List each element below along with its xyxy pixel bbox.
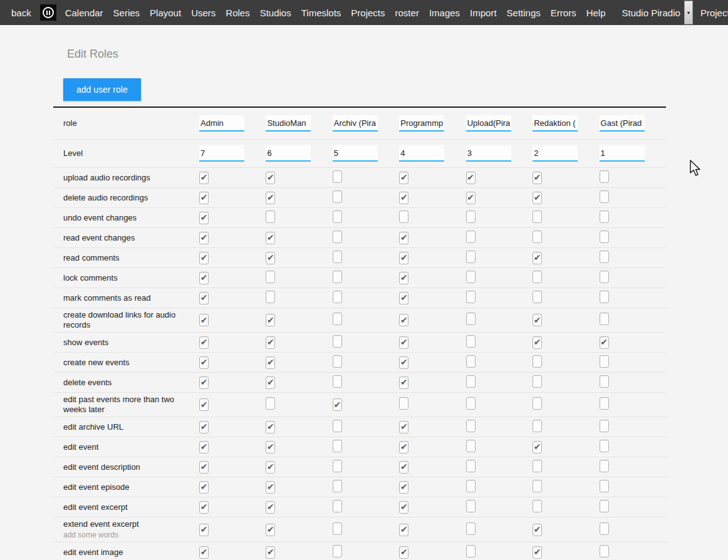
permission-checkbox[interactable] xyxy=(333,271,342,283)
permission-checkbox[interactable] xyxy=(199,376,209,389)
nav-item-playout[interactable]: Playout xyxy=(145,8,186,18)
nav-item-import[interactable]: Import xyxy=(465,8,502,18)
permission-checkbox[interactable] xyxy=(466,172,476,184)
permission-checkbox[interactable] xyxy=(533,375,542,388)
permission-checkbox[interactable] xyxy=(399,172,408,184)
permission-checkbox[interactable] xyxy=(533,480,542,492)
add-user-role-button[interactable]: add user role xyxy=(63,78,141,101)
permission-checkbox[interactable] xyxy=(533,252,542,264)
permission-checkbox[interactable] xyxy=(333,251,342,263)
permission-checkbox[interactable] xyxy=(199,421,209,433)
permission-checkbox[interactable] xyxy=(466,460,476,472)
nav-item-errors[interactable]: Errors xyxy=(546,8,581,18)
nav-item-calendar[interactable]: Calendar xyxy=(60,8,108,18)
permission-checkbox[interactable] xyxy=(266,232,275,244)
permission-checkbox[interactable] xyxy=(600,190,609,203)
permission-checkbox[interactable] xyxy=(333,190,342,203)
permission-checkbox[interactable] xyxy=(600,420,609,432)
role-name-input[interactable] xyxy=(466,115,511,132)
permission-checkbox[interactable] xyxy=(466,251,476,263)
role-name-input[interactable] xyxy=(199,115,244,132)
permission-checkbox[interactable] xyxy=(266,314,275,326)
permission-checkbox[interactable] xyxy=(533,231,542,243)
permission-checkbox[interactable] xyxy=(533,460,542,472)
permission-checkbox[interactable] xyxy=(266,501,275,514)
permission-checkbox[interactable] xyxy=(333,480,342,492)
permission-checkbox[interactable] xyxy=(199,232,209,244)
permission-checkbox[interactable] xyxy=(533,524,542,536)
permission-checkbox[interactable] xyxy=(266,210,275,223)
level-input[interactable] xyxy=(333,145,378,162)
permission-checkbox[interactable] xyxy=(466,231,476,243)
role-name-input[interactable] xyxy=(333,115,378,132)
permission-checkbox[interactable] xyxy=(266,421,275,433)
permission-checkbox[interactable] xyxy=(533,192,542,204)
permission-checkbox[interactable] xyxy=(333,170,342,183)
permission-checkbox[interactable] xyxy=(199,356,209,369)
permission-checkbox[interactable] xyxy=(533,291,542,303)
permission-checkbox[interactable] xyxy=(533,355,542,368)
nav-item-settings[interactable]: Settings xyxy=(502,8,546,18)
permission-checkbox[interactable] xyxy=(466,500,476,512)
permission-checkbox[interactable] xyxy=(399,546,408,559)
permission-checkbox[interactable] xyxy=(399,481,408,494)
permission-checkbox[interactable] xyxy=(266,356,275,369)
permission-checkbox[interactable] xyxy=(266,397,275,410)
permission-checkbox[interactable] xyxy=(399,501,408,514)
permission-checkbox[interactable] xyxy=(533,420,542,432)
permission-checkbox[interactable] xyxy=(266,546,275,559)
level-input[interactable] xyxy=(199,145,244,162)
permission-checkbox[interactable] xyxy=(466,192,476,204)
level-input[interactable] xyxy=(266,145,311,162)
role-name-input[interactable] xyxy=(399,115,444,132)
permission-checkbox[interactable] xyxy=(199,212,209,224)
permission-checkbox[interactable] xyxy=(333,291,342,303)
permission-checkbox[interactable] xyxy=(600,336,609,349)
permission-checkbox[interactable] xyxy=(600,397,609,410)
permission-checkbox[interactable] xyxy=(466,271,476,283)
nav-item-studios[interactable]: Studios xyxy=(255,8,296,18)
permission-checkbox[interactable] xyxy=(399,441,408,454)
permission-checkbox[interactable] xyxy=(399,272,408,284)
permission-checkbox[interactable] xyxy=(600,375,609,388)
permission-checkbox[interactable] xyxy=(266,271,275,283)
permission-checkbox[interactable] xyxy=(266,291,275,303)
permission-checkbox[interactable] xyxy=(399,192,408,204)
permission-checkbox[interactable] xyxy=(333,420,342,432)
permission-checkbox[interactable] xyxy=(399,397,408,410)
permission-checkbox[interactable] xyxy=(466,420,476,432)
permission-checkbox[interactable] xyxy=(399,356,408,369)
level-input[interactable] xyxy=(399,145,444,162)
chevron-down-icon[interactable]: ▼ xyxy=(684,1,693,24)
permission-checkbox[interactable] xyxy=(533,336,542,349)
permission-checkbox[interactable] xyxy=(199,481,209,494)
permission-checkbox[interactable] xyxy=(333,313,342,325)
permission-checkbox[interactable] xyxy=(199,192,209,204)
studio-select[interactable]: Studio Piradio ▼ xyxy=(617,0,693,25)
permission-checkbox[interactable] xyxy=(266,192,275,204)
permission-checkbox[interactable] xyxy=(466,313,476,325)
permission-checkbox[interactable] xyxy=(466,440,476,452)
permission-checkbox[interactable] xyxy=(533,314,542,326)
permission-checkbox[interactable] xyxy=(533,397,542,410)
permission-checkbox[interactable] xyxy=(466,397,476,410)
permission-checkbox[interactable] xyxy=(466,210,476,223)
permission-checkbox[interactable] xyxy=(266,172,275,184)
permission-checkbox[interactable] xyxy=(533,500,542,512)
app-logo-icon[interactable] xyxy=(40,4,56,21)
permission-checkbox[interactable] xyxy=(199,441,209,454)
permission-checkbox[interactable] xyxy=(399,524,408,536)
permission-checkbox[interactable] xyxy=(533,271,542,283)
nav-item-roster[interactable]: roster xyxy=(390,8,424,18)
permission-checkbox[interactable] xyxy=(333,231,342,243)
permission-checkbox[interactable] xyxy=(333,375,342,388)
permission-checkbox[interactable] xyxy=(600,440,609,452)
permission-checkbox[interactable] xyxy=(333,522,342,535)
nav-item-projects[interactable]: Projects xyxy=(346,8,390,18)
permission-checkbox[interactable] xyxy=(600,460,609,472)
permission-checkbox[interactable] xyxy=(199,546,209,559)
permission-checkbox[interactable] xyxy=(199,314,209,326)
permission-checkbox[interactable] xyxy=(399,292,408,304)
permission-checkbox[interactable] xyxy=(199,252,209,264)
permission-checkbox[interactable] xyxy=(466,355,476,368)
